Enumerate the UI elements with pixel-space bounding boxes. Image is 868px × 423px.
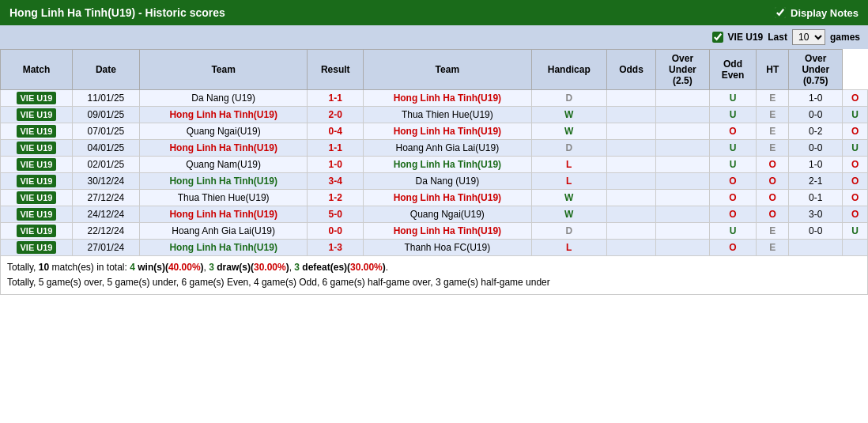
score-cell[interactable]: 1-3: [329, 242, 342, 253]
ou075-cell: O: [843, 173, 868, 190]
odds-cell: [656, 190, 710, 206]
footer-line1: Totally, 10 match(es) in total: 4 win(s)…: [7, 260, 861, 275]
score-cell[interactable]: 0-0: [329, 225, 342, 236]
oe-cell: E: [757, 123, 789, 140]
handicap-cell: [606, 123, 655, 140]
ou25-cell: U: [709, 157, 756, 173]
league-checkbox[interactable]: [712, 32, 723, 43]
match-badge: VIE U19: [17, 92, 57, 104]
table-row: VIE U1927/12/24Thua Thien Hue(U19)1-2Hon…: [1, 190, 868, 206]
team2-cell: Quang Ngai(U19): [364, 206, 532, 223]
wdl-cell: L: [531, 240, 606, 256]
oe-cell: E: [757, 140, 789, 157]
handicap-cell: [606, 206, 655, 223]
team1-cell: Thua Thien Hue(U19): [139, 190, 308, 206]
oe-cell: O: [757, 206, 789, 223]
match-badge: VIE U19: [17, 225, 57, 237]
ht-cell: 2-1: [789, 173, 843, 190]
team2-cell: Hong Linh Ha Tinh(U19): [364, 190, 532, 206]
score-cell[interactable]: 5-0: [329, 209, 342, 220]
wdl-cell: D: [531, 140, 606, 157]
match-badge: VIE U19: [17, 241, 57, 254]
ou25-cell: U: [709, 107, 756, 123]
ou25-cell: O: [709, 173, 756, 190]
team2-cell: Hong Linh Ha Tinh(U19): [364, 157, 532, 173]
table-row: VIE U1930/12/24Hong Linh Ha Tinh(U19)3-4…: [1, 173, 868, 190]
team2-cell: Hong Linh Ha Tinh(U19): [364, 123, 532, 140]
table-row: VIE U1907/01/25Quang Ngai(U19)0-4Hong Li…: [1, 123, 868, 140]
ht-cell: 3-0: [789, 206, 843, 223]
wdl-cell: W: [531, 206, 606, 223]
team1-cell: Hong Linh Ha Tinh(U19): [139, 173, 308, 190]
page-title: Hong Linh Ha Tinh(U19) - Historic scores: [9, 6, 225, 19]
odds-cell: [656, 123, 710, 140]
date-cell: 04/01/25: [72, 140, 139, 157]
wdl-cell: D: [531, 223, 606, 240]
ou075-cell: O: [843, 90, 868, 107]
date-cell: 22/12/24: [72, 223, 139, 240]
footer-line2: Totally, 5 game(s) over, 5 game(s) under…: [7, 275, 861, 290]
table-header-row: Match Date Team Result Team Handicap Odd…: [1, 50, 868, 90]
handicap-cell: [606, 90, 655, 107]
date-cell: 27/12/24: [72, 190, 139, 206]
display-notes-label: Display Notes: [791, 7, 859, 19]
oe-cell: E: [757, 90, 789, 107]
wdl-cell: L: [531, 157, 606, 173]
team1-cell: Hong Linh Ha Tinh(U19): [139, 107, 308, 123]
score-cell[interactable]: 1-1: [329, 142, 342, 153]
ou075-cell: O: [843, 123, 868, 140]
date-cell: 07/01/25: [72, 123, 139, 140]
score-cell[interactable]: 1-0: [329, 159, 342, 170]
date-cell: 11/01/25: [72, 90, 139, 107]
handicap-cell: [606, 107, 655, 123]
score-cell[interactable]: 2-0: [329, 109, 342, 120]
col-oe: OddEven: [709, 50, 756, 90]
display-notes-container: Display Notes: [775, 7, 859, 19]
league-label: VIE U19: [728, 32, 764, 43]
wdl-cell: W: [531, 123, 606, 140]
ou25-cell: O: [709, 123, 756, 140]
scores-table: Match Date Team Result Team Handicap Odd…: [0, 49, 868, 256]
handicap-cell: [606, 157, 655, 173]
odds-cell: [656, 90, 710, 107]
team2-cell: Da Nang (U19): [364, 173, 532, 190]
ou075-cell: O: [843, 206, 868, 223]
last-label: Last: [768, 32, 787, 43]
ht-cell: 0-0: [789, 223, 843, 240]
team2-cell: Hoang Anh Gia Lai(U19): [364, 140, 532, 157]
ou25-cell: U: [709, 90, 756, 107]
ht-cell: 0-0: [789, 140, 843, 157]
team1-cell: Da Nang (U19): [139, 90, 308, 107]
col-team2: Team: [364, 50, 532, 90]
match-badge: VIE U19: [17, 191, 57, 204]
score-cell[interactable]: 1-2: [329, 192, 342, 203]
date-cell: 09/01/25: [72, 107, 139, 123]
games-select[interactable]: 10 5 20: [792, 29, 825, 45]
odds-cell: [656, 140, 710, 157]
date-cell: 30/12/24: [72, 173, 139, 190]
col-ou075: OverUnder(0.75): [789, 50, 843, 90]
ht-cell: [789, 240, 843, 256]
ou25-cell: O: [709, 240, 756, 256]
handicap-cell: [606, 223, 655, 240]
handicap-cell: [606, 190, 655, 206]
table-row: VIE U1902/01/25Quang Nam(U19)1-0Hong Lin…: [1, 157, 868, 173]
display-notes-checkbox[interactable]: [775, 7, 786, 18]
odds-cell: [656, 173, 710, 190]
oe-cell: O: [757, 173, 789, 190]
score-cell[interactable]: 1-1: [329, 93, 342, 104]
team2-cell: Thua Thien Hue(U19): [364, 107, 532, 123]
oe-cell: E: [757, 223, 789, 240]
score-cell[interactable]: 3-4: [329, 176, 342, 187]
col-ou25: OverUnder(2.5): [656, 50, 710, 90]
games-label: games: [830, 32, 860, 43]
team1-cell: Hong Linh Ha Tinh(U19): [139, 140, 308, 157]
score-cell[interactable]: 0-4: [329, 126, 342, 137]
team1-cell: Quang Ngai(U19): [139, 123, 308, 140]
team1-cell: Quang Nam(U19): [139, 157, 308, 173]
ou075-cell: U: [843, 140, 868, 157]
odds-cell: [656, 206, 710, 223]
oe-cell: O: [757, 190, 789, 206]
header: Hong Linh Ha Tinh(U19) - Historic scores…: [0, 0, 868, 25]
ou075-cell: U: [843, 223, 868, 240]
